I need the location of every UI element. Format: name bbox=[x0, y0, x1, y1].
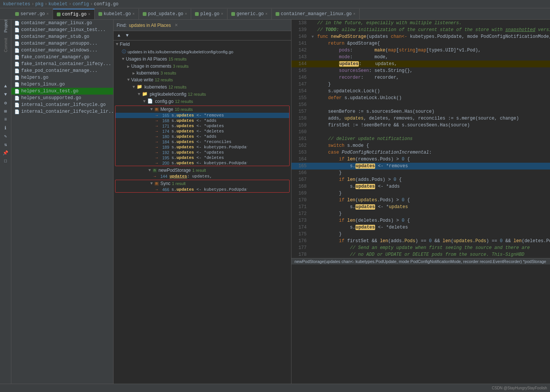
merge-group[interactable]: ▼ m Merge 10 results bbox=[115, 106, 289, 113]
file-tree-item[interactable]: 📄 helpers_unsupported.go bbox=[11, 95, 113, 101]
pin-icon[interactable]: 📌 bbox=[1, 149, 11, 157]
result-line-195[interactable]: → 195 s.updates <- *deletes bbox=[115, 155, 289, 160]
result-line-180[interactable]: → 180 s.updates <- *adds bbox=[115, 134, 289, 139]
result-line-192[interactable]: → 192 s.updates <- *updates bbox=[115, 150, 289, 155]
code-line-146: 146 recorder: recorder, bbox=[291, 74, 550, 81]
tabs-bar: server.go × config.go × kubelet.go × pod… bbox=[0, 8, 550, 20]
usages-label: Usages in All Places bbox=[126, 56, 167, 62]
tab-generic-go[interactable]: generic.go × bbox=[227, 9, 272, 19]
nav-up-button[interactable]: ▲ bbox=[115, 32, 123, 39]
file-tree-item[interactable]: 📄 container_manager_linux_test... bbox=[11, 26, 113, 33]
sync-group[interactable]: ▼ m Sync 1 result bbox=[115, 180, 289, 187]
info-icon[interactable]: ℹ bbox=[1, 124, 11, 132]
tab-close[interactable]: × bbox=[132, 12, 135, 16]
breadcrumb-pkg[interactable]: pkg bbox=[35, 2, 44, 7]
line-number: 156 bbox=[291, 101, 310, 108]
tab-container-manager-linux-go[interactable]: container_manager_linux.go × bbox=[272, 9, 360, 19]
result-line-168[interactable]: → 168 s.updates <- *adds bbox=[115, 118, 289, 123]
up-arrow-icon[interactable]: ▲ bbox=[1, 82, 11, 90]
line-content: if firstSet && len(adds.Pods) == 0 && le… bbox=[316, 238, 550, 244]
file-tree-item[interactable]: 📄 helpers.go bbox=[11, 74, 113, 81]
square-icon[interactable]: □ bbox=[1, 157, 11, 165]
search-results-tree: ▼ Field ⓘ updates in k8s.io/kubernetes/p… bbox=[114, 40, 291, 384]
tab-kubelet-go[interactable]: kubelet.go × bbox=[95, 9, 139, 19]
tab-close[interactable]: × bbox=[185, 12, 187, 16]
vw-pkg-kubelet-config[interactable]: ▼ 📁 pkg\kubelet\config 12 results bbox=[114, 90, 291, 98]
down-arrow-icon[interactable]: ▼ bbox=[1, 91, 11, 98]
code-line-167: 167 if len(adds.Pods) > 0 { bbox=[291, 176, 550, 183]
file-tree-item[interactable]: 📄 fake_pod_container_manage... bbox=[11, 67, 113, 74]
filename: helpers_unsupported.go bbox=[21, 95, 81, 101]
tab-config-go[interactable]: config.go × bbox=[53, 9, 95, 19]
tab-pod-update-go[interactable]: pod_update.go × bbox=[139, 9, 192, 19]
usages-count: 15 results bbox=[168, 57, 187, 61]
server-go-icon bbox=[15, 12, 19, 16]
filename: container_manager_windows... bbox=[21, 48, 98, 53]
result-line-174[interactable]: → 174 s.updates <- *deletes bbox=[115, 129, 289, 134]
line-gutter bbox=[310, 88, 316, 95]
vw-kubernetes[interactable]: ▼ 📁 kubernetes 12 results bbox=[114, 83, 291, 90]
tool1-icon[interactable] bbox=[1, 59, 11, 82]
line-number: 175 bbox=[291, 231, 310, 238]
split-icon[interactable]: ⊞ bbox=[1, 107, 11, 115]
file-tree-item[interactable]: 📄 container_manager_windows... bbox=[11, 47, 113, 54]
file-tree-item[interactable]: 📄 internal_container_lifecycle_lir... bbox=[11, 108, 113, 115]
commit-icon[interactable]: Commit bbox=[1, 40, 11, 50]
result-line-200[interactable]: → 200 s.updates <- kubetypes.PodUpdate(P… bbox=[115, 160, 289, 166]
nav-down-button[interactable]: ▼ bbox=[123, 32, 131, 39]
result-line-466[interactable]: → 466 s.updates <- kubetypes.PodUpdate(P… bbox=[115, 187, 289, 192]
tab-close[interactable]: × bbox=[88, 12, 90, 17]
vw-pkg-count: 12 results bbox=[188, 92, 206, 96]
project-icon[interactable]: Project bbox=[1, 21, 11, 31]
result-line-165[interactable]: → 165 s.updates <- *removes bbox=[115, 113, 289, 118]
edit-icon[interactable]: ✎ bbox=[1, 132, 11, 140]
code-line-142: 142 pods: make(map[string]map[types.UID]… bbox=[291, 47, 550, 54]
file-tree-item[interactable]: 📄 helpers_linux.go bbox=[11, 81, 113, 88]
result-line-171[interactable]: → 171 s.updates <- *updates bbox=[115, 123, 289, 129]
kubelet-go-icon bbox=[98, 12, 102, 16]
tab-server-go[interactable]: server.go × bbox=[11, 9, 53, 19]
line-number: 164 bbox=[291, 156, 310, 163]
file-tree-item[interactable]: 📄 fake_internal_container_lifecy... bbox=[11, 61, 113, 67]
file-tree-item[interactable]: 📄 internal_container_lifecycle.go bbox=[11, 101, 113, 108]
tab-close[interactable]: × bbox=[221, 12, 223, 16]
code-line-174: 174 s.updates <- *deletes bbox=[291, 224, 550, 231]
breadcrumb-config[interactable]: config bbox=[73, 2, 89, 7]
value-write-group[interactable]: ▼ Value write 12 results bbox=[114, 76, 291, 83]
tab-pleg-go[interactable]: pleg.go × bbox=[191, 9, 227, 19]
file-tree-item[interactable]: 📄 container_manager_linux.go bbox=[11, 20, 113, 26]
result-line-189[interactable]: → 189 s.updates <- kubetypes.PodUpdate(P… bbox=[115, 145, 289, 150]
file-tree-item[interactable]: 📄 fake_container_manager.go bbox=[11, 54, 113, 61]
breadcrumb-kubelet[interactable]: kubelet bbox=[48, 2, 67, 7]
tab-close[interactable]: × bbox=[353, 12, 355, 16]
usage-in-comments-group[interactable]: ▶ Usage in comments 3 results bbox=[114, 63, 291, 70]
line-content: return &podStorage{ bbox=[316, 40, 550, 47]
result-arrow-icon: → bbox=[156, 140, 158, 144]
usages-header[interactable]: ▼ Usages in All Places 15 results bbox=[114, 55, 291, 63]
line-number: 168 bbox=[291, 183, 310, 190]
settings-icon[interactable]: ⚙ bbox=[1, 99, 11, 107]
breadcrumb-kubernetes[interactable]: kubernetes bbox=[3, 2, 30, 7]
file-tree-item[interactable]: 📄 container_manager_unsuppo... bbox=[11, 40, 113, 47]
tab-label: pleg.go bbox=[200, 11, 219, 17]
tab-close[interactable]: × bbox=[265, 12, 268, 16]
usage-in-comments-kubernetes[interactable]: ▶ kubernetes 3 results bbox=[114, 70, 291, 76]
tab-close[interactable]: × bbox=[47, 12, 49, 16]
result-line-184[interactable]: → 184 s.updates <- *reconciles bbox=[115, 139, 289, 145]
new-pod-storage-group[interactable]: ▼ n newPodStorage 1 result bbox=[114, 167, 291, 174]
line-num: 168 bbox=[159, 118, 169, 123]
file-tree-item[interactable]: 📄 container_manager_stub.go bbox=[11, 33, 113, 40]
list-icon[interactable]: ≡ bbox=[1, 116, 11, 123]
result-arrow-icon: → bbox=[156, 188, 158, 192]
sort-icon[interactable]: ⇅ bbox=[1, 141, 11, 148]
merge-tag: m bbox=[154, 107, 159, 112]
file-tree-item[interactable]: 📄 helpers_linux_test.go bbox=[11, 88, 113, 95]
find-close-button[interactable]: × bbox=[175, 22, 178, 28]
line-number: 163 bbox=[291, 149, 310, 156]
config-go-icon bbox=[57, 12, 61, 16]
result-arrow-icon: → bbox=[156, 119, 158, 123]
result-line-144[interactable]: → 144 updates: updates, bbox=[114, 174, 291, 179]
code-line-173: 173 if len(deletes.Pods) > 0 { bbox=[291, 217, 550, 224]
vw-config-go[interactable]: ▼ 📄 config.go 12 results bbox=[114, 98, 291, 105]
group-count: 3 results bbox=[173, 64, 189, 68]
